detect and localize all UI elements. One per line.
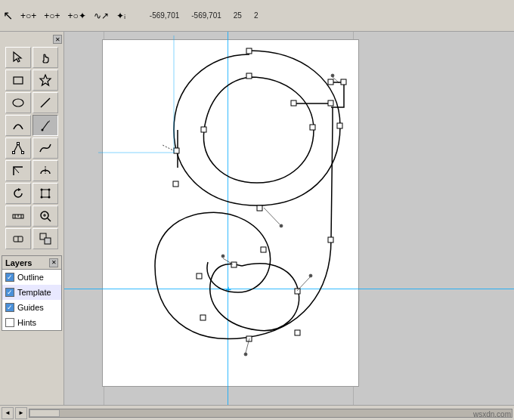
svg-point-13 — [41, 196, 43, 199]
bottom-bar: ◄ ► — [0, 405, 514, 420]
coord-val2: 2 — [254, 11, 259, 20]
svg-point-2 — [13, 99, 23, 107]
svg-point-53 — [221, 255, 224, 258]
layer-template-checkbox[interactable]: ✓ — [5, 288, 14, 297]
layer-outline-label: Outline — [17, 273, 44, 282]
rectangle-tool-button[interactable] — [5, 69, 31, 91]
svg-marker-1 — [40, 75, 51, 85]
svg-rect-37 — [246, 73, 252, 79]
crosshair3-icon: +○✦ — [68, 11, 86, 21]
line-tool-button[interactable] — [33, 92, 58, 113]
bezier-icon: ∿↗ — [94, 11, 109, 21]
layers-close-button[interactable]: ✕ — [49, 258, 58, 267]
star-tool-button[interactable] — [33, 69, 58, 91]
coord-display-x2: -569,701 — [191, 11, 221, 20]
hand-tool-button[interactable] — [33, 47, 58, 68]
tool-grid — [2, 47, 62, 249]
svg-rect-32 — [328, 100, 333, 106]
svg-rect-35 — [328, 79, 333, 85]
svg-rect-0 — [14, 77, 23, 84]
coord-display-x: -569,701 — [150, 11, 179, 20]
svg-rect-41 — [261, 247, 266, 252]
corner-tool-button[interactable] — [5, 160, 31, 181]
fill-tool-button[interactable] — [33, 228, 58, 249]
svg-rect-33 — [291, 100, 296, 106]
tangent-tool-button[interactable] — [33, 160, 58, 181]
smooth-tool-button[interactable] — [33, 137, 58, 159]
toolbox-header: ✕ — [2, 33, 62, 45]
watermark: wsxdn.com — [473, 410, 511, 418]
layer-hints-checkbox[interactable] — [5, 318, 14, 327]
zoom-tool-button[interactable] — [33, 205, 58, 227]
scroll-track[interactable] — [29, 409, 512, 418]
scroll-right-button[interactable]: ► — [15, 407, 27, 419]
svg-rect-40 — [257, 205, 262, 211]
cursor-arrow-icon: ↖ — [3, 8, 13, 23]
top-toolbar: ↖ +○+ +○+ +○✦ ∿↗ ✦ᵢ -569,701 -569,701 25… — [0, 0, 514, 32]
svg-rect-36 — [310, 125, 315, 130]
svg-point-4 — [42, 129, 44, 131]
ellipse-tool-button[interactable] — [5, 92, 31, 113]
svg-marker-9 — [18, 188, 21, 191]
layer-item-template[interactable]: ✓ Template — [2, 285, 61, 300]
svg-point-55 — [280, 224, 283, 227]
layers-panel: Layers ✕ ✓ Outline ✓ Template ✓ Guides — [2, 255, 62, 331]
layer-guides-label: Guides — [17, 303, 44, 312]
crosshair2-icon: +○+ — [44, 11, 60, 21]
svg-point-56 — [309, 274, 312, 277]
svg-line-49 — [264, 208, 280, 224]
svg-point-11 — [41, 189, 43, 191]
svg-point-54 — [331, 74, 334, 77]
canvas-area[interactable]: + — [64, 32, 514, 405]
eraser-tool-button[interactable] — [5, 228, 31, 249]
svg-line-50 — [297, 277, 310, 291]
layer-item-hints[interactable]: Hints — [2, 315, 61, 330]
svg-rect-42 — [295, 289, 300, 294]
layer-outline-checkbox[interactable]: ✓ — [5, 273, 14, 282]
main-area: ✕ — [0, 32, 514, 405]
svg-rect-6 — [13, 152, 15, 154]
svg-rect-31 — [174, 148, 179, 153]
layer-item-guides[interactable]: ✓ Guides — [2, 300, 61, 315]
layers-list: ✓ Outline ✓ Template ✓ Guides Hints — [2, 270, 61, 330]
select-tool-button[interactable] — [5, 47, 31, 68]
svg-rect-26 — [45, 238, 51, 244]
svg-rect-30 — [201, 127, 206, 132]
svg-rect-28 — [246, 48, 252, 54]
layer-item-outline[interactable]: ✓ Outline — [2, 270, 61, 285]
node-icon: ✦ᵢ — [116, 11, 125, 21]
svg-rect-5 — [17, 143, 20, 145]
svg-rect-34 — [341, 79, 346, 85]
rotate-tool-button[interactable] — [5, 183, 31, 204]
svg-rect-10 — [42, 190, 49, 197]
svg-line-3 — [41, 98, 50, 107]
svg-rect-7 — [22, 152, 24, 154]
layers-panel-header: Layers ✕ — [2, 256, 61, 270]
transform-tool-button[interactable] — [33, 183, 58, 204]
svg-line-52 — [223, 258, 233, 264]
svg-line-20 — [48, 218, 51, 221]
svg-point-57 — [244, 353, 247, 356]
svg-rect-45 — [200, 315, 206, 320]
toolbox: ✕ — [0, 32, 64, 405]
svg-point-14 — [48, 196, 51, 199]
scroll-left-button[interactable]: ◄ — [2, 407, 14, 419]
layer-template-label: Template — [17, 288, 51, 297]
svg-rect-43 — [295, 330, 300, 335]
layers-title: Layers — [5, 258, 32, 267]
toolbox-close-button[interactable]: ✕ — [53, 35, 62, 44]
svg-rect-39 — [328, 237, 333, 242]
measure-tool-button[interactable] — [5, 205, 31, 227]
node-edit-button[interactable] — [5, 137, 31, 159]
scroll-thumb[interactable] — [29, 409, 60, 417]
layer-hints-label: Hints — [17, 318, 36, 327]
svg-rect-29 — [337, 123, 342, 128]
svg-point-12 — [48, 189, 51, 191]
coord-val1: 25 — [234, 11, 242, 20]
svg-rect-46 — [197, 273, 202, 279]
layer-guides-checkbox[interactable]: ✓ — [5, 303, 14, 312]
crosshair-icon: +○+ — [20, 11, 36, 21]
pen-tool-button[interactable] — [33, 115, 58, 136]
svg-rect-38 — [173, 181, 178, 187]
curve-tool-button[interactable] — [5, 115, 31, 136]
